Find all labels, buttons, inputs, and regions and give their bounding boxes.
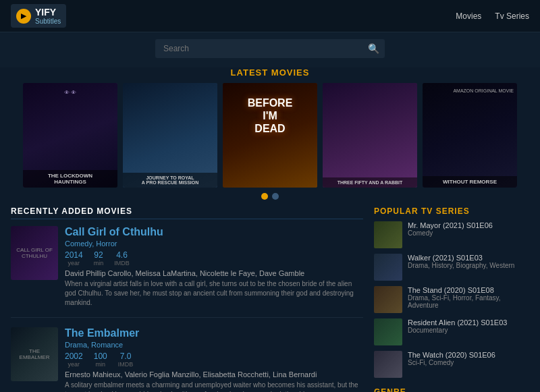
nav: Movies Tv Series: [456, 11, 529, 21]
logo[interactable]: ▶ YIFY Subtitles: [11, 4, 66, 28]
right-column: POPULAR TV SERIES Mr. Mayor (2021) S01E0…: [374, 206, 529, 392]
latest-movies-section: LATEST MOVIES THE LOCKDOWNHAUNTINGS 👁 👁 …: [0, 67, 540, 206]
movie-genre-cthulhu: Comedy, Horror: [65, 240, 363, 248]
movie-cast-cthulhu: David Phillip Carollo, Melissa LaMartina…: [65, 269, 363, 277]
movie-desc-cthulhu: When a virginal artist falls in love wit…: [65, 279, 363, 308]
tv-thumb-resident-alien: [374, 318, 402, 345]
tv-genre-walker: Drama, History, Biography, Western: [408, 262, 529, 269]
meta-imdb: 4.6 IMDB: [114, 250, 130, 267]
tv-info-the-watch: The Watch (2020) S01E06 Sci-Fi, Comedy: [408, 351, 529, 378]
tv-item-walker[interactable]: Walker (2021) S01E03 Drama, History, Bio…: [374, 254, 529, 281]
movie-title-embalmer[interactable]: The Embalmer: [65, 327, 363, 339]
tv-thumb-mr-mayor: [374, 221, 402, 248]
header: ▶ YIFY Subtitles Movies Tv Series: [0, 0, 540, 32]
tv-title-walker[interactable]: Walker (2021) S01E03: [408, 254, 529, 262]
movie-meta-embalmer: 2002 year 100 min 7.0 IMDB: [65, 352, 363, 368]
meta-year: 2014 year: [65, 250, 83, 267]
tv-info-the-stand: The Stand (2020) S01E08 Drama, Sci-Fi, H…: [408, 286, 529, 313]
recently-added-title: RECENTLY ADDED MOVIES: [11, 206, 363, 219]
dot-2[interactable]: [272, 193, 279, 200]
nav-movies[interactable]: Movies: [456, 11, 481, 21]
search-icon[interactable]: 🔍: [368, 43, 379, 54]
poster-three-fifty[interactable]: THREE FIFTY AND A RABBIT: [323, 83, 417, 188]
poster-before-im-dead[interactable]: BEFOREI'MDEAD: [223, 83, 317, 188]
main-content: RECENTLY ADDED MOVIES CALL GIRL OF CTHUL…: [0, 206, 540, 392]
movie-info-embalmer: The Embalmer Drama, Romance 2002 year 10…: [65, 327, 363, 392]
tv-title-resident-alien[interactable]: Resident Alien (2021) S01E03: [408, 318, 529, 327]
tv-title-mr-mayor[interactable]: Mr. Mayor (2021) S01E06: [408, 221, 529, 229]
tv-title-the-watch[interactable]: The Watch (2020) S01E06: [408, 351, 529, 359]
tv-genre-the-watch: Sci-Fi, Comedy: [408, 359, 529, 366]
meta-imdb-embalmer: 7.0 IMDB: [118, 352, 134, 368]
tv-genre-mr-mayor: Comedy: [408, 229, 529, 237]
tv-title-the-stand[interactable]: The Stand (2020) S01E08: [408, 286, 529, 294]
meta-min-embalmer: 100 min: [94, 352, 107, 368]
search-input[interactable]: [155, 39, 385, 58]
tv-thumb-the-stand: [374, 286, 402, 313]
poster-journey-to-royal[interactable]: JOURNEY TO ROYALA PRO RESCUE MISSION: [123, 83, 217, 188]
movie-thumb-cthulhu[interactable]: CALL GIRL OF CTHULHU: [11, 226, 58, 280]
popular-tv-title: POPULAR TV SERIES: [374, 206, 529, 216]
movie-desc-embalmer: A solitary embalmer meets a charming and…: [65, 381, 363, 392]
movie-item-embalmer: THE EMBALMER The Embalmer Drama, Romance…: [11, 327, 363, 392]
logo-subtitle: Subtitles: [35, 18, 61, 25]
movie-cast-embalmer: Ernesto Mahieux, Valerio Foglia Manzillo…: [65, 370, 363, 379]
left-column: RECENTLY ADDED MOVIES CALL GIRL OF CTHUL…: [11, 206, 374, 392]
movie-genre-embalmer: Drama, Romance: [65, 341, 363, 349]
tv-item-mr-mayor[interactable]: Mr. Mayor (2021) S01E06 Comedy: [374, 221, 529, 248]
tv-genre-the-stand: Drama, Sci-Fi, Horror, Fantasy, Adventur…: [408, 294, 529, 309]
logo-yify: YIFY: [35, 7, 56, 18]
tv-thumb-walker: [374, 254, 402, 281]
movie-posters: THE LOCKDOWNHAUNTINGS 👁 👁 JOURNEY TO ROY…: [11, 83, 529, 188]
logo-text: YIFY Subtitles: [35, 7, 61, 25]
dot-1[interactable]: [261, 193, 268, 200]
tv-item-the-stand[interactable]: The Stand (2020) S01E08 Drama, Sci-Fi, H…: [374, 286, 529, 313]
movie-item-cthulhu: CALL GIRL OF CTHULHU Call Girl of Cthulh…: [11, 226, 363, 318]
tv-info-mr-mayor: Mr. Mayor (2021) S01E06 Comedy: [408, 221, 529, 248]
movie-title-cthulhu[interactable]: Call Girl of Cthulhu: [65, 226, 363, 238]
logo-icon: ▶: [16, 9, 31, 24]
tv-info-resident-alien: Resident Alien (2021) S01E03 Documentary: [408, 318, 529, 345]
carousel-dots: [11, 193, 529, 200]
poster-without-remorse[interactable]: AMAZON ORIGINAL MOVIE WITHOUT REMORSE: [423, 83, 517, 188]
movie-meta-cthulhu: 2014 year 92 min 4.6 IMDB: [65, 250, 363, 267]
tv-item-resident-alien[interactable]: Resident Alien (2021) S01E03 Documentary: [374, 318, 529, 345]
search-wrapper: 🔍: [155, 39, 385, 58]
meta-year-embalmer: 2002 year: [65, 352, 83, 368]
latest-movies-title: LATEST MOVIES: [11, 67, 529, 78]
tv-item-the-watch[interactable]: The Watch (2020) S01E06 Sci-Fi, Comedy: [374, 351, 529, 378]
meta-min: 92 min: [94, 250, 104, 267]
poster-lockdown-hauntings[interactable]: THE LOCKDOWNHAUNTINGS 👁 👁: [23, 83, 117, 188]
genre-section: GENRE Mystery Action Crime Drama Mystery…: [374, 387, 529, 392]
search-bar: 🔍: [0, 32, 540, 67]
movie-thumb-embalmer[interactable]: THE EMBALMER: [11, 327, 58, 381]
tv-genre-resident-alien: Documentary: [408, 327, 529, 334]
genre-title: GENRE: [374, 387, 529, 392]
tv-info-walker: Walker (2021) S01E03 Drama, History, Bio…: [408, 254, 529, 281]
nav-tv-series[interactable]: Tv Series: [495, 11, 529, 21]
movie-info-cthulhu: Call Girl of Cthulhu Comedy, Horror 2014…: [65, 226, 363, 308]
tv-thumb-the-watch: [374, 351, 402, 378]
